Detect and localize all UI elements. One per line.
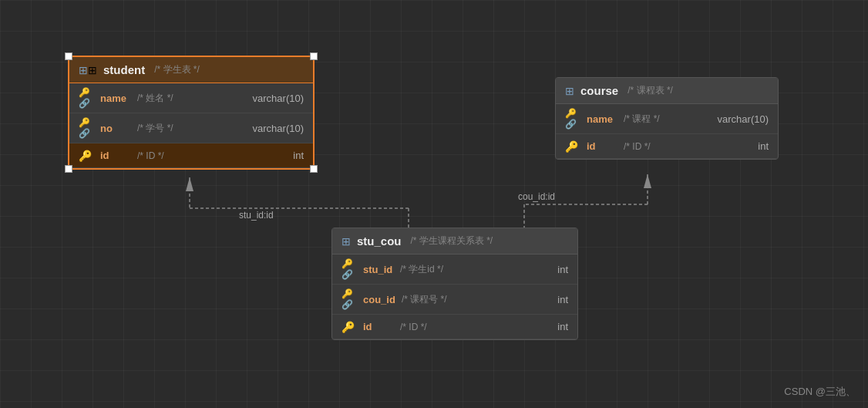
stu-id-field-name: stu_id bbox=[363, 264, 394, 275]
table-student[interactable]: ⊞ student /* 学生表 */ 🔑🔗 name /* 姓名 */ var… bbox=[68, 56, 315, 170]
stu-id-field-icon: 🔑🔗 bbox=[341, 258, 357, 280]
stu-cou-id-field-comment: /* ID */ bbox=[400, 322, 427, 332]
relation-label-cou: cou_id:id bbox=[518, 191, 555, 202]
cou-id-field-name: cou_id bbox=[363, 294, 395, 305]
handle-bl[interactable] bbox=[65, 165, 72, 173]
stu-id-field-comment: /* 学生id */ bbox=[400, 263, 443, 276]
no-field-comment: /* 学号 */ bbox=[137, 122, 173, 135]
no-field-icon: 🔑🔗 bbox=[79, 117, 94, 139]
student-row-id[interactable]: 🔑 id /* ID */ int bbox=[69, 143, 313, 168]
svg-marker-3 bbox=[186, 177, 193, 191]
stu-cou-id-field-name: id bbox=[363, 321, 394, 332]
course-row-name[interactable]: 🔑🔗 name /* 课程 */ varchar(10) bbox=[556, 104, 778, 134]
name-field-type: varchar(10) bbox=[253, 93, 304, 104]
no-field-type: varchar(10) bbox=[253, 123, 304, 134]
stu-cou-id-field-type: int bbox=[557, 321, 568, 332]
student-header: ⊞ student /* 学生表 */ bbox=[69, 57, 313, 83]
stu-cou-header: ⊞ stu_cou /* 学生课程关系表 */ bbox=[332, 228, 577, 255]
course-row-id[interactable]: 🔑 id /* ID */ int bbox=[556, 134, 778, 159]
course-name-field-name: name bbox=[587, 113, 617, 125]
handle-tr[interactable] bbox=[310, 52, 318, 60]
id-field-type: int bbox=[293, 150, 304, 161]
no-field-name: no bbox=[100, 123, 131, 134]
name-field-comment: /* 姓名 */ bbox=[137, 92, 173, 105]
stu-cou-row-stu-id[interactable]: 🔑🔗 stu_id /* 学生id */ int bbox=[332, 255, 577, 285]
student-row-no[interactable]: 🔑🔗 no /* 学号 */ varchar(10) bbox=[69, 113, 313, 143]
svg-marker-8 bbox=[644, 174, 651, 188]
course-id-field-comment: /* ID */ bbox=[624, 141, 651, 152]
cou-id-field-comment: /* 课程号 */ bbox=[402, 293, 447, 306]
stu-cou-table-icon: ⊞ bbox=[341, 235, 351, 248]
name-field-icon: 🔑🔗 bbox=[79, 87, 94, 109]
stu-cou-table-comment: /* 学生课程关系表 */ bbox=[411, 234, 493, 248]
table-stu-cou[interactable]: ⊞ stu_cou /* 学生课程关系表 */ 🔑🔗 stu_id /* 学生i… bbox=[331, 228, 578, 340]
student-table-icon: ⊞ bbox=[79, 64, 97, 76]
cou-id-field-icon: 🔑🔗 bbox=[341, 288, 357, 310]
handle-br[interactable] bbox=[310, 165, 318, 173]
course-name-field-type: varchar(10) bbox=[718, 113, 769, 125]
table-course[interactable]: ⊞ course /* 课程表 */ 🔑🔗 name /* 课程 */ varc… bbox=[555, 77, 779, 160]
name-field-name: name bbox=[100, 93, 131, 104]
course-header: ⊞ course /* 课程表 */ bbox=[556, 78, 778, 104]
watermark: CSDN @三池、 bbox=[784, 385, 856, 399]
id-field-name: id bbox=[100, 150, 131, 161]
stu-cou-table-name: stu_cou bbox=[357, 234, 402, 248]
student-row-name[interactable]: 🔑🔗 name /* 姓名 */ varchar(10) bbox=[69, 83, 313, 113]
course-table-name: course bbox=[580, 84, 618, 97]
course-table-icon: ⊞ bbox=[565, 85, 574, 97]
course-id-field-icon: 🔑 bbox=[565, 140, 580, 153]
student-table-name: student bbox=[103, 63, 145, 76]
relation-label-stu: stu_id:id bbox=[239, 210, 274, 221]
id-field-icon: 🔑 bbox=[79, 150, 94, 162]
student-table-comment: /* 学生表 */ bbox=[154, 63, 200, 76]
stu-cou-row-id[interactable]: 🔑 id /* ID */ int bbox=[332, 315, 577, 339]
course-table-comment: /* 课程表 */ bbox=[627, 84, 673, 97]
course-id-field-type: int bbox=[758, 140, 769, 152]
stu-cou-row-cou-id[interactable]: 🔑🔗 cou_id /* 课程号 */ int bbox=[332, 285, 577, 315]
cou-id-field-type: int bbox=[557, 294, 568, 305]
handle-tl[interactable] bbox=[65, 52, 72, 60]
stu-id-field-type: int bbox=[557, 264, 568, 275]
course-name-field-comment: /* 课程 */ bbox=[624, 113, 660, 126]
course-id-field-name: id bbox=[587, 140, 617, 152]
stu-cou-id-field-icon: 🔑 bbox=[341, 321, 357, 333]
course-name-field-icon: 🔑🔗 bbox=[565, 108, 580, 130]
id-field-comment: /* ID */ bbox=[137, 150, 164, 161]
